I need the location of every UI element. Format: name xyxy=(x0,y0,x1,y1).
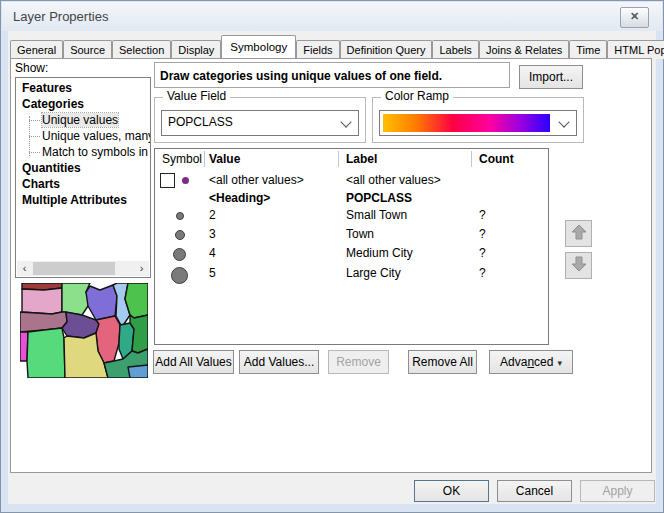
tab-source[interactable]: Source xyxy=(63,40,112,59)
show-item-quantities[interactable]: Quantities xyxy=(16,160,150,176)
tab-fields[interactable]: Fields xyxy=(296,40,339,59)
color-ramp-label: Color Ramp xyxy=(381,89,453,103)
show-item-multiple-attributes[interactable]: Multiple Attributes xyxy=(16,192,150,208)
tab-general[interactable]: General xyxy=(10,40,63,59)
title-bar: Layer Properties ✕ xyxy=(2,2,662,31)
color-ramp-swatch xyxy=(383,114,550,132)
method-description: Draw categories using unique values of o… xyxy=(154,62,510,88)
point-symbol-icon[interactable] xyxy=(173,248,186,261)
move-up-button[interactable] xyxy=(565,220,592,247)
point-symbol-icon[interactable] xyxy=(176,212,184,220)
tab-labels[interactable]: Labels xyxy=(432,40,478,59)
show-tree: Features Categories Unique values Unique… xyxy=(15,77,151,278)
tab-joins-relates[interactable]: Joins & Relates xyxy=(479,40,569,59)
value-field-group: Value Field POPCLASS xyxy=(154,97,366,143)
value-field-combobox[interactable]: POPCLASS xyxy=(161,110,359,136)
values-table-header: Symbol Value Label Count xyxy=(155,149,548,169)
show-label: Show: xyxy=(15,61,48,75)
table-row-value-3[interactable]: 3 Town ? xyxy=(155,225,548,246)
scroll-right-icon[interactable]: › xyxy=(134,261,149,276)
map-preview xyxy=(20,283,148,378)
table-row-all-other-values[interactable]: <all other values> <all other values> xyxy=(155,171,548,190)
color-ramp-combobox[interactable] xyxy=(379,110,577,136)
show-item-categories[interactable]: Categories xyxy=(16,96,150,112)
ok-button[interactable]: OK xyxy=(414,480,489,502)
arrow-up-icon xyxy=(571,224,587,240)
window-title: Layer Properties xyxy=(13,9,108,24)
tab-selection[interactable]: Selection xyxy=(112,40,171,59)
tree-connector-line xyxy=(29,116,30,156)
point-symbol-icon[interactable] xyxy=(171,267,188,284)
chevron-down-icon[interactable] xyxy=(340,116,351,127)
tab-definition-query[interactable]: Definition Query xyxy=(340,40,433,59)
table-row-value-2[interactable]: 2 Small Town ? xyxy=(155,206,548,227)
dialog-body: GeneralSourceSelectionDisplaySymbologyFi… xyxy=(8,31,656,504)
tab-display[interactable]: Display xyxy=(171,40,221,59)
add-all-values-button[interactable]: Add All Values xyxy=(153,350,234,374)
tab-html-popup[interactable]: HTML Popup xyxy=(607,40,664,59)
value-field-label: Value Field xyxy=(163,89,230,103)
close-icon[interactable]: ✕ xyxy=(620,7,649,28)
show-item-match-symbols[interactable]: Match to symbols in a xyxy=(16,144,150,160)
column-label: Label xyxy=(346,152,377,166)
value-field-value: POPCLASS xyxy=(168,115,233,129)
column-value: Value xyxy=(209,152,240,166)
point-symbol-icon xyxy=(182,177,189,184)
table-row-value-4[interactable]: 4 Medium City ? xyxy=(155,244,548,266)
arrow-down-icon xyxy=(571,256,587,272)
map-preview-image xyxy=(20,283,148,378)
move-down-button[interactable] xyxy=(565,252,592,279)
advanced-button[interactable]: Advanced▾ xyxy=(489,350,573,374)
show-item-unique-values-many[interactable]: Unique values, many xyxy=(16,128,150,144)
point-symbol-icon[interactable] xyxy=(175,230,185,240)
scrollbar-thumb[interactable] xyxy=(33,262,115,275)
tab-strip: GeneralSourceSelectionDisplaySymbologyFi… xyxy=(10,35,656,59)
import-button[interactable]: Import... xyxy=(519,65,583,89)
scroll-left-icon[interactable]: ‹ xyxy=(17,261,32,276)
remove-all-button[interactable]: Remove All xyxy=(408,350,477,374)
column-count: Count xyxy=(479,152,514,166)
all-other-values-checkbox[interactable] xyxy=(160,173,175,188)
remove-button: Remove xyxy=(328,350,389,374)
values-table: Symbol Value Label Count <all other valu… xyxy=(154,148,549,345)
show-item-unique-values[interactable]: Unique values xyxy=(16,112,150,128)
tab-symbology[interactable]: Symbology xyxy=(221,35,296,58)
tab-time[interactable]: Time xyxy=(569,40,607,59)
show-item-charts[interactable]: Charts xyxy=(16,176,150,192)
add-values-button[interactable]: Add Values... xyxy=(239,350,319,374)
dropdown-arrow-icon: ▾ xyxy=(557,358,562,368)
cancel-button[interactable]: Cancel xyxy=(497,480,572,502)
show-item-features[interactable]: Features xyxy=(16,80,150,96)
layer-properties-dialog: Layer Properties ✕ GeneralSourceSelectio… xyxy=(0,0,664,513)
apply-button: Apply xyxy=(580,480,655,502)
table-row-value-5[interactable]: 5 Large City ? xyxy=(155,264,548,288)
chevron-down-icon[interactable] xyxy=(558,116,569,127)
color-ramp-group: Color Ramp xyxy=(372,97,584,143)
symbology-page: Show: Features Categories Unique values … xyxy=(10,58,652,473)
tree-horizontal-scrollbar[interactable]: ‹ › xyxy=(17,261,149,276)
column-symbol: Symbol xyxy=(162,152,202,166)
